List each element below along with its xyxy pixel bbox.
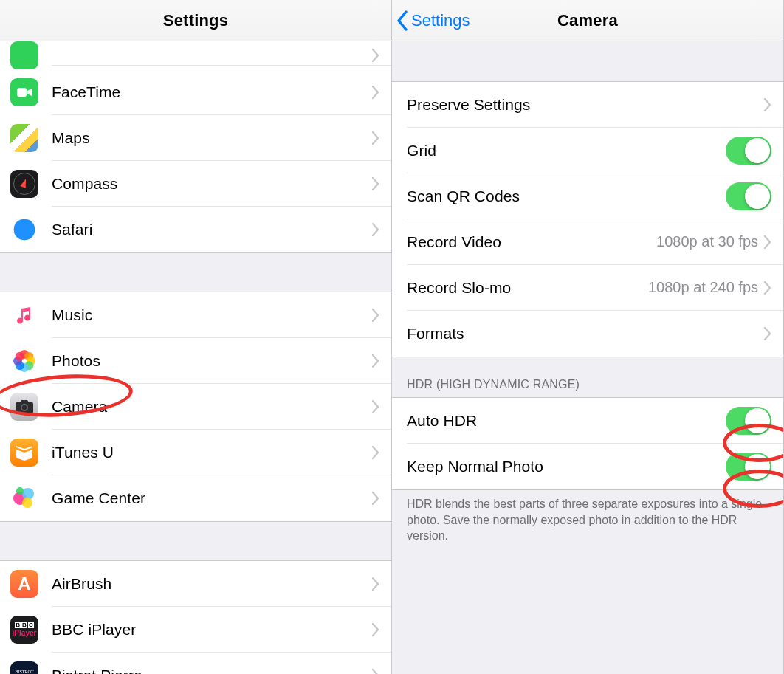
chevron-right-icon (372, 354, 379, 368)
row-label: Auto HDR (407, 412, 477, 430)
toggle-scan-qr[interactable] (726, 182, 771, 210)
row-label: Keep Normal Photo (407, 458, 543, 475)
page-title: Settings (163, 11, 228, 30)
row-record-slomo[interactable]: Record Slo-mo 1080p at 240 fps (392, 265, 783, 311)
row-label: Maps (52, 129, 90, 147)
row-label: BBC iPlayer (52, 621, 136, 639)
chevron-right-icon (372, 492, 379, 505)
svg-rect-0 (17, 88, 27, 97)
settings-row-photos[interactable]: Photos (0, 338, 391, 384)
chevron-right-icon (764, 235, 771, 249)
chevron-right-icon (372, 86, 379, 99)
group-header-hdr: HDR (HIGH DYNAMIC RANGE) (392, 357, 783, 397)
chevron-right-icon (372, 223, 379, 236)
chevron-right-icon (372, 577, 379, 591)
row-label: AirBrush (52, 575, 111, 593)
row-grid: Grid (392, 128, 783, 173)
row-label: Preserve Settings (407, 96, 530, 114)
row-label: Camera (52, 398, 107, 416)
row-label: Record Video (407, 233, 501, 251)
gamecenter-icon (10, 484, 38, 512)
settings-group-partial: FaceTime Maps Compass Safari (0, 41, 391, 253)
row-formats[interactable]: Formats (392, 311, 783, 357)
settings-row-compass[interactable]: Compass (0, 161, 391, 207)
chevron-right-icon (372, 623, 379, 636)
settings-row-music[interactable]: Music (0, 292, 391, 338)
page-title: Camera (557, 11, 618, 30)
itunesu-icon (10, 439, 38, 467)
row-label: Grid (407, 142, 436, 159)
chevron-right-icon (372, 131, 379, 145)
camera-settings-pane: Settings Camera Preserve Settings Grid S… (392, 0, 784, 674)
toggle-grid[interactable] (726, 137, 771, 165)
row-label: Compass (52, 175, 117, 193)
chevron-right-icon (372, 400, 379, 413)
safari-icon (10, 216, 38, 244)
row-value: 1080p at 30 fps (656, 233, 758, 250)
row-label: Game Center (52, 489, 145, 507)
navbar-settings: Settings (0, 0, 391, 41)
row-scan-qr: Scan QR Codes (392, 173, 783, 219)
chevron-right-icon (764, 281, 771, 295)
row-preserve-settings[interactable]: Preserve Settings (392, 82, 783, 128)
row-label: Bistrot Pierre (52, 667, 142, 674)
chevron-right-icon (372, 177, 379, 190)
settings-row-airbrush[interactable]: A AirBrush (0, 561, 391, 607)
settings-row-bistrotpierre[interactable]: BISTROT PIERRE Bistrot Pierre (0, 653, 391, 674)
maps-icon (10, 124, 38, 152)
chevron-right-icon (764, 98, 771, 111)
facetime-icon (10, 78, 38, 106)
row-label: Safari (52, 221, 92, 238)
settings-row-facetime[interactable]: FaceTime (0, 69, 391, 115)
compass-icon (10, 170, 38, 198)
row-label: Scan QR Codes (407, 188, 520, 205)
row-label: Photos (52, 352, 100, 370)
chevron-right-icon (372, 669, 379, 674)
settings-row-unknown[interactable] (0, 41, 391, 69)
settings-row-safari[interactable]: Safari (0, 207, 391, 252)
settings-row-gamecenter[interactable]: Game Center (0, 475, 391, 521)
row-record-video[interactable]: Record Video 1080p at 30 fps (392, 219, 783, 265)
settings-row-itunesu[interactable]: iTunes U (0, 430, 391, 475)
row-label: Record Slo-mo (407, 279, 511, 297)
chevron-right-icon (764, 327, 771, 340)
navbar-camera: Settings Camera (392, 0, 783, 41)
row-label: Music (52, 306, 92, 324)
music-icon (10, 301, 38, 329)
row-auto-hdr: Auto HDR (392, 398, 783, 444)
settings-row-bbciplayer[interactable]: BBC iPlayer BBC iPlayer (0, 607, 391, 653)
settings-row-camera[interactable]: Camera (0, 384, 391, 430)
chevron-right-icon (372, 309, 379, 322)
bbc-iplayer-icon: BBC iPlayer (10, 616, 38, 644)
chevron-right-icon (372, 49, 379, 62)
row-label: FaceTime (52, 83, 120, 101)
row-label: Formats (407, 325, 464, 343)
group-spacer (0, 253, 391, 292)
svg-point-6 (22, 405, 27, 410)
settings-group-media: Music Photos (0, 292, 391, 522)
settings-group-thirdparty: A AirBrush BBC iPlayer BBC iPlayer BISTR… (0, 560, 391, 674)
settings-list-pane: Settings FaceTime Maps Compass (0, 0, 392, 674)
back-button[interactable]: Settings (396, 0, 470, 41)
back-label: Settings (411, 11, 470, 30)
toggle-auto-hdr[interactable] (726, 407, 771, 435)
camera-group-hdr: Auto HDR Keep Normal Photo (392, 397, 783, 490)
group-footer-hdr: HDR blends the best parts of three separ… (392, 490, 783, 559)
camera-group-main: Preserve Settings Grid Scan QR Codes Rec… (392, 81, 783, 357)
row-keep-normal-photo: Keep Normal Photo (392, 444, 783, 489)
row-value: 1080p at 240 fps (648, 279, 758, 296)
chevron-right-icon (372, 446, 379, 459)
group-spacer (0, 522, 391, 560)
airbrush-icon: A (10, 570, 38, 598)
group-spacer (392, 41, 783, 81)
bistrot-pierre-icon: BISTROT PIERRE (10, 661, 38, 674)
row-label: iTunes U (52, 444, 114, 461)
photos-icon (10, 347, 38, 375)
settings-row-maps[interactable]: Maps (0, 115, 391, 161)
camera-icon (10, 393, 38, 421)
app-icon-unknown (10, 41, 38, 69)
toggle-keep-normal[interactable] (726, 453, 771, 481)
